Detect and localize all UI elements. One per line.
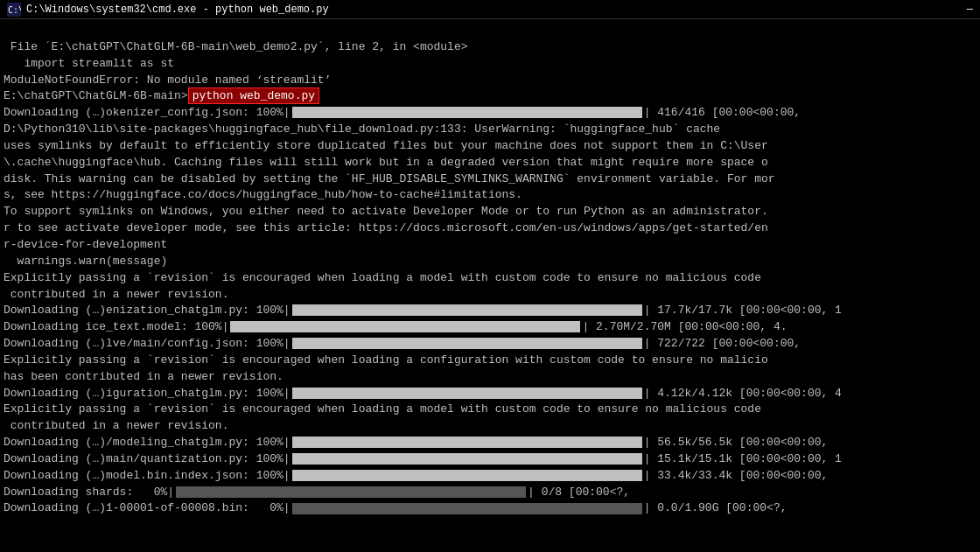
- terminal-line: contributed in a newer revision.: [4, 418, 976, 435]
- progress-line: Downloading (…)main/quantization.py: 100…: [4, 451, 976, 468]
- progress-bar-fill: [292, 437, 642, 448]
- progress-info: | 15.1k/15.1k [00:00<00:00, 1: [644, 452, 842, 465]
- terminal-line: contributed in a newer revision.: [4, 287, 976, 304]
- title-bar-text: C:\Windows\system32\cmd.exe - python web…: [26, 3, 973, 16]
- progress-bar: [292, 453, 642, 465]
- terminal-content: File ´E:\chatGPT\ChatGLM-6B-main\web_dem…: [0, 19, 980, 552]
- progress-label: Downloading shards: 0%|: [4, 486, 174, 499]
- progress-label: Downloading (…)1-00001-of-00008.bin: 0%|: [4, 501, 290, 514]
- progress-line: Downloading shards: 0%|| 0/8 [00:00<?,: [4, 485, 976, 501]
- progress-bar: [230, 321, 580, 332]
- progress-bar-fill: [292, 338, 642, 349]
- progress-bar-fill: [292, 388, 642, 399]
- terminal-line: \.cache\huggingface\hub. Caching files w…: [4, 155, 976, 171]
- title-bar: C:\ C:\Windows\system32\cmd.exe - python…: [0, 0, 980, 19]
- progress-bar: [292, 470, 642, 481]
- progress-line: Downloading (…)enization_chatglm.py: 100…: [4, 303, 976, 319]
- progress-label: Downloading (…)enization_chatglm.py: 100…: [4, 304, 290, 317]
- minimize-button[interactable]: —: [967, 3, 973, 16]
- terminal-line: Explicitly passing a `revision` is encou…: [4, 402, 976, 418]
- progress-bar-fill: [292, 304, 642, 316]
- progress-line: Downloading (…)/modeling_chatglm.py: 100…: [4, 435, 976, 451]
- progress-info: | 4.12k/4.12k [00:00<00:00, 4: [644, 387, 842, 400]
- terminal-line: To support symlinks on Windows, you eith…: [4, 204, 976, 220]
- progress-info: | 2.70M/2.70M [00:00<00:00, 4.: [582, 320, 787, 333]
- terminal-line: disk. This warning can be disabled by se…: [4, 171, 976, 188]
- progress-info: | 722/722 [00:00<00:00,: [644, 337, 801, 350]
- terminal-line: r to see activate developer mode, see th…: [4, 220, 976, 237]
- progress-bar-fill: [230, 321, 580, 332]
- terminal-line: D:\Python310\lib\site-packages\huggingfa…: [4, 122, 976, 138]
- progress-info: | 17.7k/17.7k [00:00<00:00, 1: [644, 304, 842, 317]
- terminal-line: Explicitly passing a `revision` is encou…: [4, 270, 976, 287]
- progress-bar: [292, 338, 642, 349]
- progress-line: Downloading ice_text.model: 100%|| 2.70M…: [4, 319, 976, 336]
- progress-info: | 0/8 [00:00<?,: [528, 486, 630, 499]
- progress-bar: [292, 304, 642, 316]
- progress-info: | 33.4k/33.4k [00:00<00:00,: [644, 469, 829, 482]
- progress-bar: [292, 388, 642, 399]
- progress-line: Downloading (…)1-00001-of-00008.bin: 0%|…: [4, 500, 976, 517]
- terminal-line: File ´E:\chatGPT\ChatGLM-6B-main\web_dem…: [4, 39, 976, 56]
- progress-bar: [292, 437, 642, 448]
- progress-bar: [176, 486, 526, 498]
- progress-bar: [292, 503, 642, 514]
- progress-bar-fill: [292, 107, 642, 118]
- terminal-line: warnings.warn(message): [4, 254, 976, 270]
- terminal-line: Explicitly passing a `revision` is encou…: [4, 353, 976, 369]
- terminal-line: r-device-for-development: [4, 237, 976, 254]
- progress-label: Downloading (…)lve/main/config.json: 100…: [4, 337, 290, 350]
- cmd-prefix: E:\chatGPT\ChatGLM-6B-main>: [4, 89, 188, 102]
- svg-text:C:\: C:\: [8, 5, 21, 15]
- command-line: E:\chatGPT\ChatGLM-6B-main>python web_de…: [4, 88, 976, 105]
- progress-label: Downloading (…)model.bin.index.json: 100…: [4, 469, 290, 482]
- progress-label: Downloading ice_text.model: 100%|: [4, 320, 228, 333]
- terminal-line: ModuleNotFoundError: No module named ‘st…: [4, 73, 976, 89]
- cmd-icon: C:\: [7, 3, 21, 17]
- terminal-line: import streamlit as st: [4, 56, 976, 73]
- progress-label: Downloading (…)main/quantization.py: 100…: [4, 452, 290, 465]
- progress-info: | 0.0/1.90G [00:00<?,: [644, 501, 788, 514]
- progress-label: Downloading (…)/modeling_chatglm.py: 100…: [4, 436, 290, 449]
- terminal-line: uses symlinks by default to efficiently …: [4, 138, 976, 155]
- progress-bar-fill: [292, 470, 642, 481]
- progress-info: | 56.5k/56.5k [00:00<00:00,: [644, 436, 829, 449]
- progress-info: | 416/416 [00:00<00:00,: [644, 106, 801, 119]
- progress-line: Downloading (…)okenizer_config.json: 100…: [4, 105, 976, 122]
- progress-label: Downloading (…)okenizer_config.json: 100…: [4, 106, 290, 119]
- cmd-highlighted: python web_demo.py: [188, 87, 319, 104]
- progress-line: Downloading (…)model.bin.index.json: 100…: [4, 468, 976, 485]
- progress-line: Downloading (…)lve/main/config.json: 100…: [4, 336, 976, 353]
- progress-line: Downloading (…)iguration_chatglm.py: 100…: [4, 386, 976, 402]
- progress-bar: [292, 107, 642, 118]
- terminal-line: has been contributed in a newer revision…: [4, 369, 976, 386]
- progress-bar-fill: [292, 453, 642, 465]
- terminal-line: s, see https://huggingface.co/docs/huggi…: [4, 187, 976, 204]
- progress-label: Downloading (…)iguration_chatglm.py: 100…: [4, 387, 290, 400]
